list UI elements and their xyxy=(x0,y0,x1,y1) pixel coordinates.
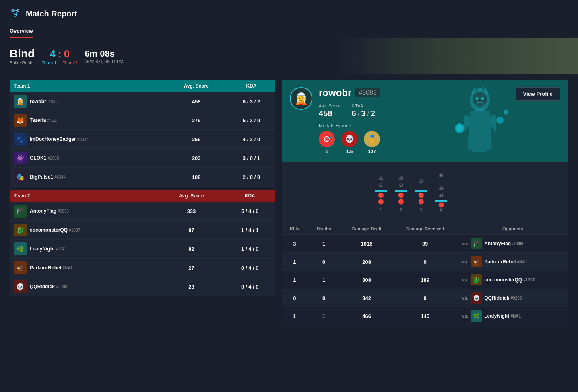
app-icon xyxy=(10,7,21,21)
svg-text:☠: ☠ xyxy=(378,182,384,189)
view-profile-button[interactable]: View Profile xyxy=(516,87,560,101)
player-avatar: 🦅 xyxy=(14,261,27,274)
profile-card: 🧝 rowobr #8083 Avg. Score 458 K/D/A 6 xyxy=(282,80,568,162)
opp-avatar: 💀 xyxy=(471,292,482,304)
table-row[interactable]: 🌿 LeafyNight #NA1 82 1 / 4 / 0 xyxy=(10,240,275,259)
player-score: 23 xyxy=(158,277,224,296)
table-row[interactable]: 🐉 cocomonsterQQ #1307 97 1 / 4 / 1 xyxy=(10,221,275,240)
score-block: 4 : 0 Team 1 Team 2 xyxy=(42,48,77,65)
team1-kda-col: KDA xyxy=(227,80,275,92)
svg-text:🔴: 🔴 xyxy=(378,192,384,198)
stat-dmg-received: 189 xyxy=(393,271,457,289)
stat-opponent: vs. 🏴 AntonyFlag #9896 xyxy=(457,235,568,253)
stats-col-dmg-received: Damage Received xyxy=(393,223,457,235)
svg-text:🔴: 🔴 xyxy=(418,192,424,198)
svg-text:3: 3 xyxy=(420,208,422,212)
stats-row: 1 0 208 0 vs. 🦅 ParkourRebel #NA1 xyxy=(282,253,568,271)
medal-item-2: 💀 1.5 xyxy=(341,131,357,154)
player-kda: 4 / 2 / 0 xyxy=(227,130,275,149)
table-row[interactable]: 🎭 BigPulse1 #6344 108 2 / 0 / 0 xyxy=(10,168,275,187)
team1-label-score: Team 1 xyxy=(42,60,56,65)
player-kda: 3 / 0 / 1 xyxy=(227,149,275,168)
avg-score-value: 458 xyxy=(319,109,341,118)
player-kda: 6 / 3 / 2 xyxy=(227,92,275,111)
medal-count-2: 1.5 xyxy=(346,149,353,154)
stat-dmg-dealt: 466 xyxy=(341,307,393,325)
map-mode: Spike Rush xyxy=(10,60,35,65)
player-kda: 0 / 4 / 0 xyxy=(225,277,275,296)
kda-label: K/D/A xyxy=(352,103,375,108)
stat-deaths: 1 xyxy=(308,271,341,289)
svg-point-8 xyxy=(456,125,463,131)
table-row[interactable]: 🦊 Tezerla #TZL 276 5 / 2 / 0 xyxy=(10,111,275,130)
medal-icon-2: 💀 xyxy=(341,131,357,147)
svg-text:🔴: 🔴 xyxy=(438,202,444,208)
table-row[interactable]: 🦅 ParkourRebel #NA1 27 0 / 4 / 0 xyxy=(10,259,275,277)
svg-text:1: 1 xyxy=(380,208,382,212)
player-name: BigPulse1 #6344 xyxy=(30,174,66,180)
rounds-viz: ☠ ☠ 🔴 🔴 1 ☠ ☠ 🔴 🔴 2 ☠ 🔴 🔴 3 ☠ ☠ ☠ 🔴 4 xyxy=(282,162,568,223)
team1-label: Team 1 xyxy=(10,80,165,92)
svg-text:☠: ☠ xyxy=(439,192,444,198)
player-name: QQRiddick #9293 xyxy=(30,284,67,289)
stat-dmg-dealt: 808 xyxy=(341,271,393,289)
table-row[interactable]: 🏴 AntonyFlag #9896 333 5 / 4 / 0 xyxy=(10,202,275,221)
tab-overview[interactable]: Overview xyxy=(10,25,33,38)
player-score: 276 xyxy=(165,111,227,130)
player-kda: 5 / 4 / 0 xyxy=(225,202,275,221)
team2-kda-col: KDA xyxy=(225,190,275,202)
player-name: imDocHoneyBadger #p33n xyxy=(30,136,89,142)
svg-rect-16 xyxy=(375,190,387,192)
table-row[interactable]: 🐾 imDocHoneyBadger #p33n 256 4 / 2 / 0 xyxy=(10,130,275,149)
player-cell: 🏴 AntonyFlag #9896 xyxy=(14,205,154,218)
player-cell: 🦅 ParkourRebel #NA1 xyxy=(14,261,154,274)
opp-name: cocomonsterQQ #1307 xyxy=(484,277,535,283)
stat-opponent: vs. 🦅 ParkourRebel #NA1 xyxy=(457,253,568,271)
stat-kills: 1 xyxy=(282,253,308,271)
table-row[interactable]: 👾 GLOK1 #2685 203 3 / 0 / 1 xyxy=(10,149,275,168)
stat-opponent: vs. 💀 QQRiddick #9293 xyxy=(457,289,568,307)
medal-item-3: 🏅 127 xyxy=(364,131,380,154)
vs-label: vs. xyxy=(462,259,468,264)
player-cell: 🎭 BigPulse1 #6344 xyxy=(14,170,161,183)
page-title: Match Report xyxy=(26,9,77,18)
player-score: 203 xyxy=(165,149,227,168)
player-score: 256 xyxy=(165,130,227,149)
player-score: 82 xyxy=(158,240,224,259)
team-tables: Team 1 Avg. Score KDA 🧝 rowobr #8083 458… xyxy=(10,80,275,325)
player-name: LeafyNight #NA1 xyxy=(30,246,66,252)
svg-text:☠: ☠ xyxy=(439,172,444,178)
score-separator: : xyxy=(58,48,62,60)
char-art xyxy=(440,80,520,162)
player-kda: 1 / 4 / 0 xyxy=(225,240,275,259)
svg-text:🔴: 🔴 xyxy=(418,199,424,205)
svg-rect-27 xyxy=(415,190,427,192)
stat-dmg-received: 39 xyxy=(393,235,457,253)
stat-dmg-dealt: 208 xyxy=(341,253,393,271)
player-cell: 🌿 LeafyNight #NA1 xyxy=(14,242,154,255)
stats-row: 1 1 808 189 vs. 🐉 cocomonsterQQ #1307 xyxy=(282,271,568,289)
player-cell: 🧝 rowobr #8083 xyxy=(14,95,161,108)
vs-label: vs. xyxy=(462,296,468,300)
team2-avg-score-col: Avg. Score xyxy=(158,190,224,202)
kda-k: 6 xyxy=(352,109,356,118)
match-info: Bind Spike Rush 4 : 0 Team 1 Team 2 6m 0… xyxy=(10,47,123,65)
stats-col-kills: Kills xyxy=(282,223,308,235)
table-row[interactable]: 💀 QQRiddick #9293 23 0 / 4 / 0 xyxy=(10,277,275,296)
map-name: Bind xyxy=(10,47,35,60)
rounds-container: ☠ ☠ 🔴 🔴 1 ☠ ☠ 🔴 🔴 2 ☠ 🔴 🔴 3 ☠ ☠ ☠ 🔴 4 xyxy=(365,168,485,216)
header: Match Report xyxy=(0,0,578,25)
player-avatar: 🐾 xyxy=(14,133,27,146)
player-name: GLOK1 #2685 xyxy=(30,155,59,161)
stat-dmg-received: 0 xyxy=(393,253,457,271)
medal-item-1: 🎯 1 xyxy=(319,131,335,154)
stat-kills: 1 xyxy=(282,307,308,325)
medal-count-1: 1 xyxy=(326,149,328,154)
team1-avg-score-col: Avg. Score xyxy=(165,80,227,92)
stat-kills: 1 xyxy=(282,271,308,289)
match-duration: 6m 08s xyxy=(85,49,123,59)
stat-dmg-dealt: 342 xyxy=(341,289,393,307)
table-row[interactable]: 🧝 rowobr #8083 458 6 / 3 / 2 xyxy=(10,92,275,111)
player-name: Tezerla #TZL xyxy=(30,117,57,123)
svg-point-10 xyxy=(504,110,508,115)
